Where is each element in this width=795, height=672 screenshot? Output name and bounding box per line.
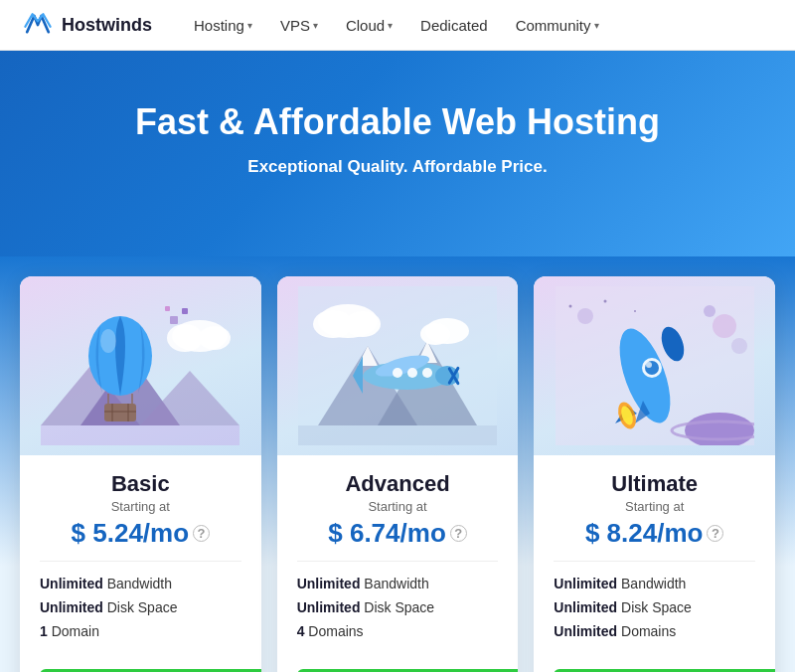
plan-ultimate-body: Ultimate Starting at $ 8.24/mo ? Unlimit… xyxy=(534,455,775,669)
help-icon[interactable]: ? xyxy=(193,525,210,542)
svg-point-42 xyxy=(577,308,593,324)
svg-rect-6 xyxy=(170,316,178,324)
plan-basic-title: Basic xyxy=(40,471,241,497)
svg-point-47 xyxy=(603,300,606,303)
chevron-down-icon: ▾ xyxy=(388,20,393,31)
plan-advanced-body: Advanced Starting at $ 6.74/mo ? Unlimit… xyxy=(277,455,519,669)
hero-title: Fast & Affordable Web Hosting xyxy=(20,100,775,143)
nav-item-community[interactable]: Community ▾ xyxy=(504,11,611,40)
nav-menu: Hosting ▾ VPS ▾ Cloud ▾ Dedicated Commun… xyxy=(182,11,610,40)
plans-section: Basic Starting at $ 5.24/mo ? Unlimited … xyxy=(0,256,795,672)
feature-item: 4 Domains xyxy=(297,619,499,643)
svg-point-10 xyxy=(100,329,116,353)
plan-ultimate-starting: Starting at xyxy=(554,499,755,514)
svg-point-29 xyxy=(435,366,459,386)
svg-point-34 xyxy=(407,368,417,378)
svg-rect-38 xyxy=(298,425,497,445)
plan-ultimate-image xyxy=(534,276,775,455)
plan-ultimate-price-value: $ 8.24/mo xyxy=(585,518,704,549)
svg-point-35 xyxy=(393,368,402,378)
svg-point-4 xyxy=(167,324,203,352)
plan-ultimate-features: Unlimited Bandwidth Unlimited Disk Space… xyxy=(554,561,755,653)
svg-point-33 xyxy=(422,368,432,378)
plan-basic-price-value: $ 5.24/mo xyxy=(72,518,190,549)
nav-dedicated-label: Dedicated xyxy=(420,17,488,34)
svg-point-43 xyxy=(713,314,736,338)
plan-card-ultimate: Ultimate Starting at $ 8.24/mo ? Unlimit… xyxy=(534,276,775,672)
nav-item-dedicated[interactable]: Dedicated xyxy=(408,11,500,40)
plan-basic-body: Basic Starting at $ 5.24/mo ? Unlimited … xyxy=(20,455,261,669)
feature-item: 1 Domain xyxy=(40,619,241,643)
chevron-down-icon: ▾ xyxy=(594,20,599,31)
plan-advanced-price: $ 6.74/mo ? xyxy=(297,518,499,549)
plan-advanced-starting: Starting at xyxy=(297,499,499,514)
plan-ultimate-title: Ultimate xyxy=(554,471,755,497)
svg-rect-17 xyxy=(41,425,239,445)
nav-hosting-label: Hosting xyxy=(194,17,244,34)
svg-point-25 xyxy=(345,311,381,337)
nav-item-vps[interactable]: VPS ▾ xyxy=(268,11,330,40)
svg-point-53 xyxy=(646,362,652,368)
nav-item-cloud[interactable]: Cloud ▾ xyxy=(334,11,404,40)
nav-cloud-label: Cloud xyxy=(346,17,385,34)
logo-text: Hostwinds xyxy=(62,15,152,36)
chevron-down-icon: ▾ xyxy=(247,20,252,31)
help-icon[interactable]: ? xyxy=(707,525,723,542)
plan-ultimate-price: $ 8.24/mo ? xyxy=(554,518,755,549)
plan-basic-image xyxy=(20,276,261,455)
feature-item: Unlimited Bandwidth xyxy=(554,572,755,595)
plans-wrapper: Basic Starting at $ 5.24/mo ? Unlimited … xyxy=(20,256,775,672)
plan-advanced-price-value: $ 6.74/mo xyxy=(328,518,446,549)
feature-item: Unlimited Disk Space xyxy=(297,595,499,619)
nav-community-label: Community xyxy=(516,17,591,34)
chevron-down-icon: ▾ xyxy=(313,20,318,31)
plan-advanced-image xyxy=(277,276,519,455)
hero-section: Fast & Affordable Web Hosting Exceptiona… xyxy=(0,51,795,256)
svg-point-46 xyxy=(568,305,571,308)
plan-card-basic: Basic Starting at $ 5.24/mo ? Unlimited … xyxy=(20,276,261,672)
feature-item: Unlimited Domains xyxy=(554,619,755,643)
help-icon[interactable]: ? xyxy=(450,525,467,542)
svg-point-45 xyxy=(731,338,747,354)
feature-item: Unlimited Bandwidth xyxy=(40,572,241,595)
svg-rect-13 xyxy=(104,404,136,421)
nav-vps-label: VPS xyxy=(280,17,310,34)
plan-basic-price: $ 5.24/mo ? xyxy=(40,518,241,549)
navbar: Hostwinds Hosting ▾ VPS ▾ Cloud ▾ Dedica… xyxy=(0,0,795,51)
feature-item: Unlimited Bandwidth xyxy=(297,572,499,595)
plan-basic-features: Unlimited Bandwidth Unlimited Disk Space… xyxy=(40,561,241,653)
svg-point-48 xyxy=(634,310,636,312)
svg-point-5 xyxy=(199,326,231,350)
svg-point-44 xyxy=(704,305,716,317)
plan-card-advanced: Advanced Starting at $ 6.74/mo ? Unlimit… xyxy=(277,276,519,672)
feature-item: Unlimited Disk Space xyxy=(554,595,755,619)
plan-advanced-features: Unlimited Bandwidth Unlimited Disk Space… xyxy=(297,561,499,653)
plan-basic-starting: Starting at xyxy=(40,499,241,514)
hero-subtitle: Exceptional Quality. Affordable Price. xyxy=(20,157,775,177)
logo[interactable]: Hostwinds xyxy=(20,7,152,43)
plan-advanced-title: Advanced xyxy=(297,471,499,497)
svg-point-27 xyxy=(420,323,450,345)
nav-item-hosting[interactable]: Hosting ▾ xyxy=(182,11,264,40)
svg-rect-8 xyxy=(165,306,170,311)
feature-item: Unlimited Disk Space xyxy=(40,595,241,619)
svg-rect-7 xyxy=(182,308,188,314)
